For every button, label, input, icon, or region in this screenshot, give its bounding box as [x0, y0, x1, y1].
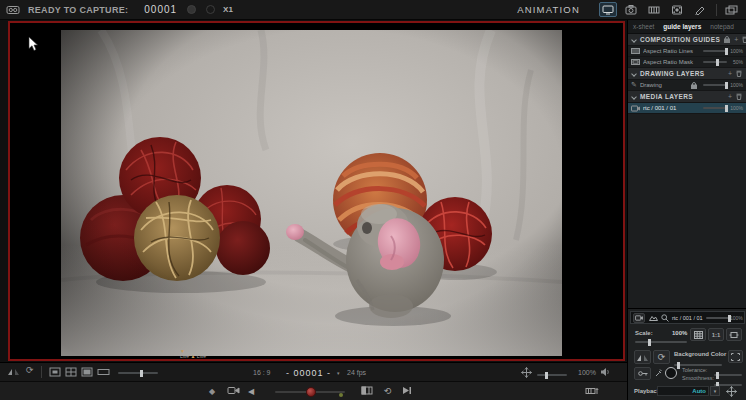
filmstrip-icon[interactable] [361, 386, 373, 395]
tab-notepad[interactable]: notepad [710, 23, 734, 30]
onion-skin-slider[interactable] [118, 372, 158, 374]
tolerance-slider[interactable] [714, 374, 742, 376]
scale-slider[interactable] [635, 341, 687, 343]
flip-horizontal-icon[interactable] [8, 367, 19, 376]
fps-label: 24 fps [347, 369, 366, 376]
single-view-button[interactable] [49, 367, 61, 377]
add-guide-icon[interactable]: + [734, 36, 738, 43]
chevron-down-icon[interactable] [631, 94, 637, 100]
sidebar-tabs: x-sheet guide layers notepad [628, 20, 746, 34]
step-forward-icon[interactable] [402, 386, 412, 395]
flip-layer-button[interactable] [634, 350, 651, 364]
guide-label: Aspect Ratio Lines [643, 48, 700, 54]
guide-layers-workspace-button[interactable] [691, 2, 709, 17]
grid-snap-button[interactable] [690, 328, 706, 341]
add-layer-icon[interactable]: + [728, 70, 732, 77]
matte-frame-button[interactable] [728, 350, 743, 363]
toolbar-divider [41, 366, 42, 378]
playback-mode-value: Auto [692, 388, 706, 394]
frame-field-caret-icon[interactable]: ▾ [337, 370, 340, 376]
widescreen-view-button[interactable] [97, 367, 110, 377]
frame-number-field[interactable]: - 00001 - [286, 368, 331, 378]
loop-icon[interactable]: ⟲ [384, 386, 392, 396]
active-layer-name: rtc / 001 / 01 [672, 315, 703, 321]
trash-icon[interactable] [736, 93, 742, 100]
opacity-slider[interactable] [703, 61, 727, 63]
media-layer-toolbar: rtc / 001 / 01 100% [630, 311, 745, 324]
capture-indicator-icon[interactable] [187, 5, 196, 14]
rotate-view-icon[interactable]: ⟳ [26, 365, 34, 375]
scale-label: Scale: [635, 330, 653, 336]
drawing-layers-header[interactable]: DRAWING LAYERS + [628, 68, 746, 80]
guide-row-aspect-mask[interactable]: Aspect Ratio Mask 50% [628, 57, 746, 68]
eyedropper-icon[interactable] [655, 368, 663, 377]
animation-workspace-button[interactable] [599, 2, 617, 17]
media-layers-header[interactable]: MEDIA LAYERS + [628, 91, 746, 103]
lock-icon[interactable] [691, 82, 697, 89]
background-color-label: Background Color [674, 351, 726, 357]
status-dot-icon [339, 393, 343, 397]
test-shot-indicator-icon[interactable] [206, 5, 215, 14]
tab-x-sheet[interactable]: x-sheet [633, 23, 654, 30]
rotate-layer-button[interactable]: ⟳ [653, 350, 670, 364]
shuttle-slider[interactable] [275, 391, 345, 393]
composition-guides-header[interactable]: COMPOSITION GUIDES + [628, 34, 746, 46]
zoom-slider[interactable] [537, 374, 567, 376]
shuttle-knob[interactable] [306, 387, 316, 397]
opacity-slider[interactable] [703, 84, 727, 86]
opacity-value: 100% [730, 82, 743, 88]
guide-label: Aspect Ratio Mask [643, 59, 700, 65]
capture-review-icon[interactable] [227, 386, 240, 395]
opacity-slider[interactable] [703, 50, 727, 52]
chevron-down-icon[interactable] [631, 71, 637, 77]
grid-view-button[interactable] [65, 367, 77, 377]
xsheet-workspace-button[interactable] [645, 2, 663, 17]
drawing-layer-row[interactable]: ✎ Drawing 100% [628, 80, 746, 91]
view-toolbar: ⟳ 16 : 9 - 00001 - ▾ 24 fps 100% [0, 362, 627, 381]
layer-opacity-slider[interactable] [706, 317, 730, 319]
lock-icon[interactable] [724, 36, 730, 43]
exposure-multiplier[interactable]: X1 [223, 5, 233, 14]
live-label-left: Live [180, 353, 189, 359]
toolbar-divider [716, 4, 717, 16]
playback-caret-icon[interactable]: ▾ [710, 386, 720, 396]
levels-button[interactable] [647, 313, 659, 323]
composition-guides-title: COMPOSITION GUIDES [640, 36, 720, 43]
trash-icon[interactable] [736, 70, 742, 77]
drawing-layers-title: DRAWING LAYERS [640, 70, 724, 77]
fit-view-button[interactable] [726, 328, 742, 341]
overlay-view-button[interactable] [81, 367, 93, 377]
magnifier-icon[interactable] [661, 314, 669, 322]
sidebar: x-sheet guide layers notepad COMPOSITION… [627, 20, 746, 400]
key-color-swatch[interactable] [665, 367, 677, 379]
trash-icon[interactable] [742, 36, 746, 43]
guide-row-aspect-lines[interactable]: Aspect Ratio Lines 100% [628, 46, 746, 57]
media-source-button[interactable] [633, 313, 645, 323]
live-position-marker[interactable]: ▼ Live Live ▲ Live [158, 349, 228, 359]
playback-mode-field[interactable]: Auto [657, 386, 709, 396]
timeline-toggle-icon[interactable] [585, 386, 599, 396]
exposure-check-workspace-button[interactable] [668, 2, 686, 17]
add-layer-icon[interactable]: + [728, 93, 732, 100]
speaker-icon[interactable] [600, 367, 610, 377]
transport-bar: Canon EOS RP ◆ ◀ ⟲ [0, 381, 627, 400]
camera-name: Canon EOS RP [4, 391, 59, 400]
one-to-one-button[interactable]: 1:1 [708, 328, 724, 341]
pan-view-icon[interactable] [521, 367, 532, 378]
opacity-value: 50% [730, 59, 743, 65]
cinematography-workspace-button[interactable] [622, 2, 640, 17]
media-layer-row[interactable]: rtc / 001 / 01 100% [628, 103, 746, 114]
capture-viewport[interactable]: ▼ Live Live ▲ Live [8, 21, 625, 361]
black-frame-toggle-icon[interactable]: ◆ [209, 387, 215, 397]
play-reverse-icon[interactable]: ◀ [248, 387, 254, 397]
chevron-down-icon[interactable] [631, 37, 637, 43]
chroma-key-button[interactable] [634, 367, 651, 380]
timeline-workspace-button[interactable] [722, 2, 740, 17]
capture-test-icon[interactable] [6, 5, 20, 15]
move-layer-icon[interactable] [726, 386, 737, 397]
tab-guide-layers[interactable]: guide layers [663, 23, 701, 30]
opacity-slider[interactable] [703, 107, 727, 109]
playback-row: Auto ▾ [628, 386, 746, 398]
opacity-value: 100% [730, 105, 743, 111]
background-color-slider[interactable] [674, 364, 722, 366]
